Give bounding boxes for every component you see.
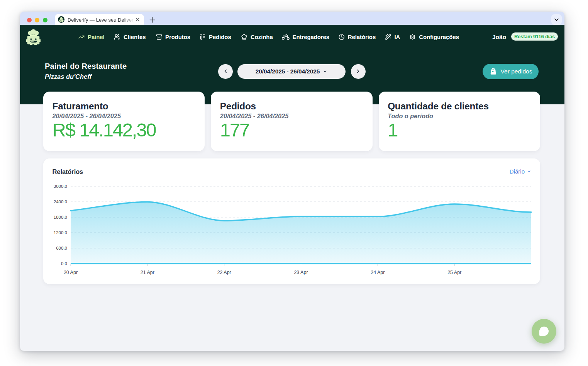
svg-text:1800.0: 1800.0 (54, 215, 67, 220)
svg-text:600.0: 600.0 (56, 246, 67, 250)
svg-text:24 Apr: 24 Apr (371, 270, 385, 275)
svg-text:25 Apr: 25 Apr (447, 270, 461, 275)
svg-text:23 Apr: 23 Apr (294, 270, 308, 275)
svg-text:20 Apr: 20 Apr (64, 270, 78, 275)
svg-text:3000.0: 3000.0 (54, 184, 67, 189)
svg-text:21 Apr: 21 Apr (141, 270, 154, 275)
svg-text:0.0: 0.0 (61, 261, 67, 266)
svg-text:22 Apr: 22 Apr (217, 270, 231, 275)
svg-text:1200.0: 1200.0 (54, 230, 67, 235)
svg-text:2400.0: 2400.0 (54, 199, 67, 204)
